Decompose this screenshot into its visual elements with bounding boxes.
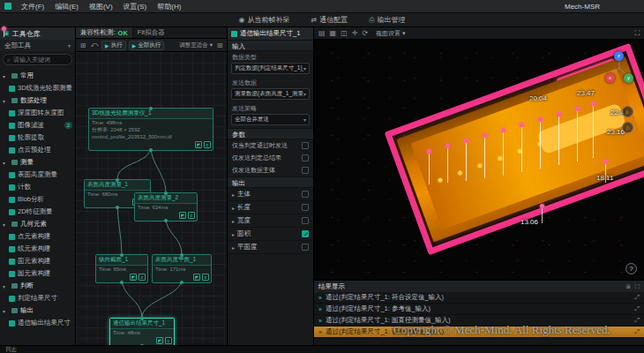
measurement-pin[interactable] — [521, 126, 522, 172]
menu-item[interactable]: 视图(V) — [84, 2, 118, 11]
tool-item[interactable]: 点元素构建 — [0, 230, 75, 243]
tool-item[interactable]: 表面高度测量 — [0, 169, 75, 181]
viewer-3d-canvas[interactable]: xyz ⌕ ⌂ ? 20.0423.4722.4723.1618.1113.06 — [314, 40, 644, 280]
zoom-button[interactable]: ⌕ — [622, 106, 633, 117]
measurement-pin[interactable] — [447, 147, 448, 183]
tool-group[interactable]: ▾常用 — [0, 70, 75, 82]
node-settings-button[interactable]: ≡ — [204, 141, 211, 148]
axis-z-handle[interactable]: z — [614, 51, 624, 61]
param-output-row[interactable]: ▸宽度 — [228, 214, 313, 228]
tool-filter-dropdown[interactable]: 全部工具 ▾ — [0, 40, 75, 51]
measurement-pin[interactable] — [466, 142, 467, 181]
fit-view-dropdown[interactable]: 调整至适合 ▾ — [179, 41, 213, 49]
tool-item[interactable]: 点云预处理 — [0, 144, 75, 156]
result-row[interactable]: »通过(判定结果尺寸_1: 符合设定值_输入)⤢ — [314, 292, 644, 304]
fullscreen-icon[interactable]: ⛶ — [634, 29, 640, 38]
run-button[interactable]: ▶ 执行 — [101, 41, 126, 50]
tool-item[interactable]: 2D特征测量 — [0, 206, 75, 218]
node-settings-button[interactable]: ≡ — [165, 337, 172, 344]
measurement-pin[interactable] — [429, 153, 430, 184]
tool-group[interactable]: ▾几何元素 — [0, 218, 75, 230]
graph-node[interactable]: 3D线激光轮廓测量仪_1Time: 498ms分辨率: 2048 × 2592m… — [88, 108, 213, 151]
menu-item[interactable]: 编辑(E) — [49, 2, 84, 11]
expand-panel-icon[interactable]: ⛶ — [635, 283, 640, 290]
tool-group[interactable]: ▾判断 — [0, 280, 75, 292]
param-select[interactable]: 判定数据(判定结果尺寸_1)_判定结果▾ — [231, 63, 310, 74]
menu-item[interactable]: 设置(S) — [118, 2, 153, 11]
toolbar-button[interactable]: ◉从当前帧补采 — [235, 14, 293, 26]
list-view-icon[interactable]: ≣ — [625, 283, 631, 290]
axis-y-handle[interactable]: y — [624, 73, 633, 83]
checkbox[interactable] — [302, 142, 309, 149]
param-output-row[interactable]: ▸平面度 — [228, 241, 313, 254]
menu-item[interactable]: 帮助(H) — [152, 2, 186, 11]
toolbar-button[interactable]: ⎙输出管理 — [365, 14, 408, 26]
tool-search-box[interactable]: ⌕ — [3, 54, 72, 65]
tool-item[interactable]: 计数 — [0, 181, 75, 193]
open-detail-icon[interactable]: ⤢ — [634, 294, 640, 301]
measurement-pin[interactable] — [503, 131, 504, 176]
param-select[interactable]: 全部合并发送▾ — [231, 114, 310, 125]
tool-group[interactable]: ▾输出 — [0, 304, 75, 317]
node-visualize-button[interactable]: ◩ — [156, 337, 163, 344]
tool-item[interactable]: 通信输出结果尺寸 — [0, 317, 75, 329]
node-visualize-button[interactable]: ◩ — [179, 212, 186, 219]
checkbox[interactable] — [302, 204, 309, 211]
param-section-header[interactable]: 参数 — [228, 128, 313, 139]
node-canvas[interactable]: 3D线激光轮廓测量仪_1Time: 498ms分辨率: 2048 × 2592m… — [76, 52, 227, 345]
node-visualize-button[interactable]: ◩ — [130, 274, 137, 281]
node-settings-button[interactable]: ≡ — [188, 212, 195, 219]
log-tab[interactable]: 日志 — [5, 346, 17, 353]
open-detail-icon[interactable]: ⤢ — [634, 328, 640, 335]
measurement-pin[interactable] — [542, 207, 543, 223]
tool-item[interactable]: 线元素构建 — [0, 243, 75, 255]
tool-group[interactable]: ▾数据处理 — [0, 94, 75, 107]
checkbox[interactable] — [302, 167, 309, 174]
graph-node[interactable]: 表面高度平面_1Time: 171ms◩≡ — [152, 254, 212, 283]
param-section-header[interactable]: 输入 — [228, 40, 313, 51]
node-settings-button[interactable]: ≡ — [202, 274, 209, 281]
tool-item[interactable]: 深度图转灰度图 — [0, 107, 75, 119]
checkbox[interactable] — [302, 191, 309, 198]
tab-fit-inspector[interactable]: Fit拟合器 — [133, 27, 169, 38]
tool-item[interactable]: 判定结果尺寸 — [0, 292, 75, 304]
menu-item[interactable]: 文件(F) — [16, 2, 49, 11]
tool-item[interactable]: Blob分析 — [0, 193, 75, 206]
measurement-pin[interactable] — [577, 110, 578, 161]
tool-item[interactable]: 3D线激光轮廓测量仪 — [0, 82, 75, 94]
node-settings-button[interactable]: ≡ — [139, 274, 146, 281]
tool-group[interactable]: ▾测量 — [0, 156, 75, 169]
measurement-pin[interactable] — [558, 116, 559, 165]
grid-icon[interactable]: ▦ — [330, 29, 337, 37]
help-button[interactable]: ? — [625, 263, 637, 274]
measurement-pin[interactable] — [540, 121, 541, 169]
toolbar-button[interactable]: ⇄通信配置 — [307, 14, 351, 26]
open-detail-icon[interactable]: ⤢ — [634, 317, 640, 324]
move-icon[interactable]: ✛ — [352, 29, 358, 37]
param-output-row[interactable]: ▸长度 — [228, 201, 313, 214]
undo-icon[interactable]: ⤺ — [90, 41, 99, 49]
layers-icon[interactable]: ▤ — [318, 29, 326, 37]
add-node-icon[interactable]: ⊞ — [79, 41, 87, 49]
search-input[interactable] — [13, 56, 64, 63]
tool-item[interactable]: 轮廓提取 — [0, 131, 75, 144]
pin-icon[interactable]: ⌖ — [4, 30, 4, 37]
refresh-icon[interactable]: ⟳ — [362, 29, 368, 37]
tool-item[interactable]: 圆元素构建 — [0, 267, 75, 280]
graph-node[interactable]: 纵向截面_1Time: 65ms◩≡ — [95, 254, 148, 283]
checkbox[interactable] — [302, 154, 309, 161]
axis-x-handle[interactable]: x — [605, 73, 615, 83]
param-output-row[interactable]: ▸面积 — [228, 228, 313, 241]
graph-node[interactable]: 通信输出结果尺寸_1Time: 48ms◩≡ — [109, 318, 175, 345]
measurement-pin[interactable] — [484, 137, 485, 178]
param-output-row[interactable]: ▸主体 — [228, 188, 313, 201]
view-settings-dropdown[interactable]: 视图设置 ▾ — [376, 29, 406, 38]
split-view-icon[interactable]: ◫ — [341, 29, 348, 37]
grid-toggle-icon[interactable]: ⊞ — [215, 41, 224, 49]
measurement-pin[interactable] — [593, 105, 594, 158]
checkbox[interactable] — [302, 244, 309, 251]
run-all-button[interactable]: ▶ 全部执行 — [129, 41, 165, 50]
tool-item[interactable]: 面元素构建 — [0, 255, 75, 267]
axis-gizmo[interactable]: xyz — [603, 50, 635, 87]
checkbox[interactable] — [302, 230, 309, 237]
